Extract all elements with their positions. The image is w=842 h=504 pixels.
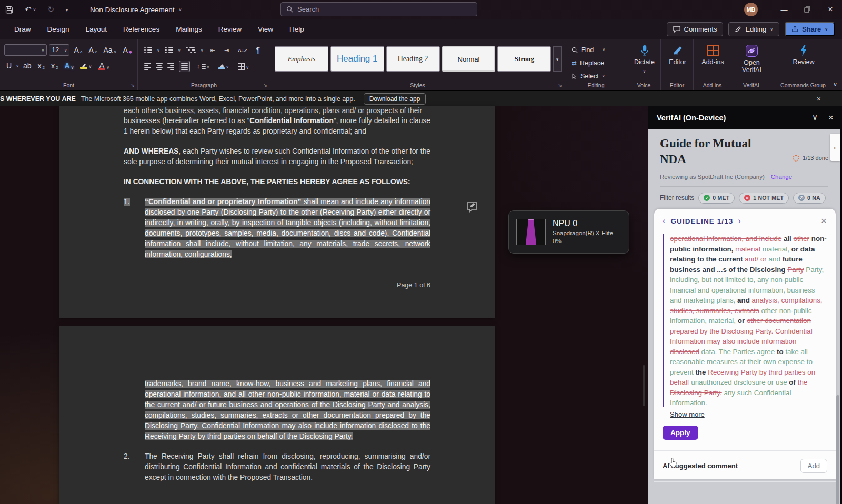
style-emphasis[interactable]: Emphasis	[275, 46, 328, 72]
commands-group: Review Commands Group	[771, 39, 835, 90]
sort-icon[interactable]: A↓Z	[236, 47, 249, 54]
replace-button[interactable]: ⇄ Replace	[572, 56, 624, 69]
selected-text[interactable]: “Confidential and or proprietary Informa…	[145, 198, 430, 258]
highlight-color-button[interactable]: ∨	[78, 63, 94, 69]
redo-icon: ↻	[47, 5, 54, 14]
panel-close-icon[interactable]: ×	[828, 113, 834, 123]
save-icon[interactable]	[5, 6, 13, 14]
document-page-1[interactable]: each other's business, assets, financial…	[59, 106, 495, 318]
multilevel-list-icon[interactable]	[186, 47, 196, 53]
change-link[interactable]: Change	[771, 174, 792, 180]
ribbon: ∨ 12 ∨ A˄ A˅ Aa∨ A◆ U ∨ ab x2 x2 A∨ ∨	[0, 39, 842, 90]
underline-dropdown-icon[interactable]: ∨	[16, 64, 19, 68]
filter-met-pill[interactable]: ✓ 0 MET	[698, 193, 735, 204]
restore-button[interactable]	[796, 0, 819, 19]
minimize-button[interactable]: —	[773, 0, 796, 19]
find-button[interactable]: Find ∨	[572, 43, 624, 56]
style-strong[interactable]: Strong	[497, 46, 551, 72]
numbered-list-icon[interactable]	[165, 47, 173, 53]
styles-dialog-launcher[interactable]: ↘	[558, 83, 562, 88]
align-left-icon[interactable]	[144, 63, 151, 70]
addins-button[interactable]: Add-ins	[698, 43, 728, 66]
doc-paragraph: AND WHEREAS, each Party wishes to review…	[124, 146, 430, 167]
show-more-link[interactable]: Show more	[670, 410, 705, 418]
share-icon	[791, 26, 798, 33]
open-verifai-button[interactable]: Open VerifAI	[736, 43, 768, 74]
doc-list-item-1: 1. “Confidential and or proprietary Info…	[124, 197, 430, 260]
tab-review[interactable]: Review	[218, 25, 242, 33]
shading-icon[interactable]: ∨	[216, 63, 231, 70]
underline-button[interactable]: U	[4, 61, 14, 70]
tab-view[interactable]: View	[258, 25, 273, 33]
addins-grid-icon	[707, 45, 719, 56]
undo-button[interactable]: ↶ ∨	[25, 5, 36, 14]
banner-close-icon[interactable]: ×	[817, 95, 821, 103]
avatar[interactable]: MB	[744, 3, 758, 16]
font-name-select[interactable]: ∨	[4, 44, 47, 56]
redo-button[interactable]: ↻	[47, 5, 54, 14]
clear-formatting-button[interactable]: A◆	[121, 45, 135, 55]
font-size-select[interactable]: 12 ∨	[49, 44, 69, 56]
document-title[interactable]: Non Disclosure Agreement ∨	[90, 6, 182, 14]
line-spacing-icon[interactable]: ↕∨	[195, 63, 212, 70]
editor-button[interactable]: Editor	[665, 43, 690, 66]
filter-na-pill[interactable]: ∅ 0 NA	[793, 193, 826, 204]
tab-references[interactable]: References	[123, 25, 159, 33]
selected-text[interactable]: trademarks, brand name, know-how, busine…	[145, 380, 430, 440]
grow-font-button[interactable]: A˄	[72, 45, 84, 55]
microphone-icon	[640, 45, 649, 56]
document-page-2[interactable]: trademarks, brand name, know-how, busine…	[59, 326, 495, 504]
increase-indent-icon[interactable]: ⇥	[222, 46, 231, 54]
text-effects-button[interactable]: A∨	[62, 61, 76, 70]
style-heading2[interactable]: Heading 2	[386, 46, 440, 72]
search-input[interactable]	[297, 5, 472, 13]
panel-expand-tab[interactable]: ‹	[830, 134, 840, 161]
style-heading1[interactable]: Heading 1	[330, 46, 384, 72]
panel-scrollbar[interactable]	[836, 395, 839, 504]
next-guideline-icon[interactable]: ›	[738, 216, 741, 226]
bullet-list-icon[interactable]	[144, 47, 152, 53]
align-right-icon[interactable]	[167, 63, 174, 70]
apply-button[interactable]: Apply	[663, 426, 698, 440]
tab-draw[interactable]: Draw	[14, 25, 31, 33]
prev-guideline-icon[interactable]: ‹	[663, 216, 666, 226]
tab-design[interactable]: Design	[47, 25, 69, 33]
comments-button[interactable]: Comments	[667, 22, 724, 36]
paragraph-dialog-launcher[interactable]: ↘	[263, 83, 267, 88]
close-button[interactable]: ×	[819, 0, 842, 19]
justify-icon[interactable]	[179, 61, 190, 72]
tab-mailings[interactable]: Mailings	[176, 25, 202, 33]
superscript-button[interactable]: x2	[49, 61, 60, 70]
collapse-ribbon-icon[interactable]: ∨	[833, 81, 837, 88]
tab-help[interactable]: Help	[289, 25, 304, 33]
decrease-indent-icon[interactable]: ⇤	[208, 46, 217, 54]
subscript-button[interactable]: x2	[36, 61, 47, 70]
add-comment-button[interactable]: Add	[800, 459, 827, 473]
document-scrollbar[interactable]	[643, 365, 645, 406]
align-center-icon[interactable]	[156, 63, 163, 70]
search-bar[interactable]	[280, 2, 477, 16]
borders-icon[interactable]: ∨	[236, 63, 251, 70]
select-button[interactable]: Select ∨	[572, 69, 624, 83]
change-case-button[interactable]: Aa∨	[102, 45, 119, 55]
chevron-down-icon: ∨	[770, 27, 773, 32]
strikethrough-button[interactable]: ab	[21, 61, 34, 70]
more-styles-button[interactable]: ▾	[553, 46, 562, 72]
shrink-font-button[interactable]: A˅	[87, 45, 99, 55]
pilcrow-icon[interactable]: ¶	[254, 45, 262, 55]
style-normal[interactable]: Normal	[442, 46, 496, 72]
dictate-button[interactable]: Dictate ∨	[632, 43, 657, 75]
editing-mode-button[interactable]: Editing ∨	[728, 22, 779, 36]
review-command-button[interactable]: Review	[776, 43, 831, 66]
undo-dropdown-icon[interactable]: ∨	[33, 7, 36, 12]
customize-toolbar-button[interactable]: ▾	[66, 7, 68, 13]
filter-not-met-pill[interactable]: × 1 NOT MET	[739, 193, 789, 204]
panel-collapse-icon[interactable]: ∨	[812, 113, 818, 123]
share-button[interactable]: Share ∨	[785, 22, 835, 36]
download-app-button[interactable]: Download the app	[364, 93, 426, 105]
font-color-button[interactable]: A ∨	[96, 62, 112, 70]
tab-layout[interactable]: Layout	[86, 25, 107, 33]
font-dialog-launcher[interactable]: ↘	[131, 83, 135, 88]
comment-indicator-icon[interactable]	[466, 201, 480, 213]
guideline-close-icon[interactable]: ×	[821, 215, 827, 227]
